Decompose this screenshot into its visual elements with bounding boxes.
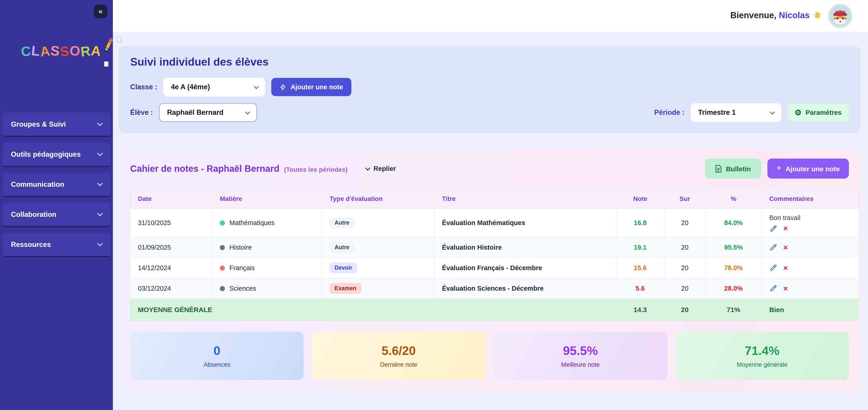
col-header-note: Note <box>616 189 664 208</box>
periode-select[interactable]: Trimestre 1 <box>690 103 781 122</box>
chevron-down-icon <box>365 165 370 171</box>
cell-type: Autre <box>322 208 434 237</box>
footer-label: MOYENNE GÉNÉRALE <box>130 299 616 321</box>
sidebar-item-label: Collaboration <box>11 210 57 218</box>
eleve-select[interactable]: Raphaël Bernard <box>159 103 257 122</box>
logo-letter: A <box>39 43 51 60</box>
plus-icon: + <box>776 163 781 173</box>
table-footer-row: MOYENNE GÉNÉRALE 14.3 20 71% Bien <box>130 299 859 321</box>
cell-date: 14/12/2024 <box>130 258 212 278</box>
table-row: 03/12/2024 Sciences Examen Évaluation Sc… <box>130 278 859 299</box>
sidebar-item-label: Outils pédagogiques <box>11 150 81 158</box>
avatar[interactable] <box>828 4 852 28</box>
subject-label: Sciences <box>229 285 256 292</box>
stat-label: Moyenne générale <box>737 361 788 368</box>
table-row: 01/09/2025 Histoire Autre Évaluation His… <box>130 237 859 258</box>
stat-value: 5.6/20 <box>382 344 416 358</box>
chevron-down-icon <box>245 109 250 115</box>
gradebook-title: Cahier de notes - Raphaël Bernard <box>130 163 279 174</box>
cell-title: Évaluation Mathématiques <box>434 208 616 237</box>
sidebar-collapse-button[interactable]: « <box>94 5 107 18</box>
edit-icon[interactable] <box>769 285 776 292</box>
type-badge: Examen <box>330 283 362 294</box>
sparkle-icon: ✦ <box>104 61 108 66</box>
cell-date: 31/10/2025 <box>130 208 212 237</box>
subject-dot <box>220 245 225 250</box>
cell-note: 19.1 <box>616 237 664 258</box>
sidebar-menu: Groupes & Suivi Outils pédagogiques Comm… <box>0 113 113 263</box>
delete-icon[interactable]: × <box>783 264 788 272</box>
table-row: 31/10/2025 Mathématiques Autre Évaluatio… <box>130 208 859 237</box>
sidebar-item-ressources[interactable]: Ressources <box>3 233 110 257</box>
table-row: 14/12/2024 Français Devoir Évaluation Fr… <box>130 258 859 278</box>
subject-label: Français <box>229 264 255 271</box>
subject-label: Histoire <box>229 244 252 251</box>
table-header-row: Date Matière Type d'évaluation Titre Not… <box>130 189 859 208</box>
subject-dot <box>220 286 225 291</box>
username: Nicolas <box>779 10 809 20</box>
cell-sur: 20 <box>664 278 705 299</box>
cell-subject: Sciences <box>212 278 322 299</box>
main-content: Suivi individuel des élèves Classe : 4e … <box>113 32 868 410</box>
stat-card-moyenne-generale: 71.4% Moyenne générale <box>676 332 849 380</box>
footer-comment: Bien <box>762 299 859 321</box>
classora-logo: CLASSORA ✦ ✦ <box>21 43 101 59</box>
bulletin-button[interactable]: Bulletin <box>705 158 761 179</box>
stats-row: 0 Absences 5.6/20 Dernière note 95.5% Me… <box>130 332 849 380</box>
cell-subject: Mathématiques <box>212 208 322 237</box>
cell-subject: Histoire <box>212 237 322 258</box>
logo-letter: S <box>59 43 70 60</box>
stat-label: Absences <box>204 361 230 368</box>
subject-dot <box>220 221 225 226</box>
welcome-text: Bienvenue, Nicolas <box>730 10 822 22</box>
stat-value: 95.5% <box>563 344 598 358</box>
edit-icon[interactable] <box>769 244 776 251</box>
cell-pct: 28.0% <box>705 278 762 299</box>
cell-comment: × <box>762 258 859 278</box>
gradebook-subtitle: (Toutes les périodes) <box>284 166 348 173</box>
sidebar: CLASSORA ✦ ✦ Groupes & Suivi <box>0 0 113 410</box>
sidebar-item-groupes-suivi[interactable]: Groupes & Suivi <box>3 113 110 137</box>
periode-label: Période : <box>654 109 685 117</box>
classe-label: Classe : <box>130 83 157 91</box>
cell-date: 03/12/2024 <box>130 278 212 299</box>
collapse-section-button[interactable]: Replier <box>366 165 396 172</box>
cell-subject: Français <box>212 258 322 278</box>
cell-comment: Bon travail × <box>762 208 859 237</box>
chevron-down-icon <box>97 240 103 246</box>
add-note-button-label: Ajouter une note <box>290 83 343 91</box>
sidebar-item-collaboration[interactable]: Collaboration <box>3 203 110 227</box>
add-note-button-top[interactable]: Ajouter une note <box>272 78 351 96</box>
cell-sur: 20 <box>664 258 705 278</box>
sidebar-item-communication[interactable]: Communication <box>3 173 110 197</box>
comment-text: Bon travail <box>769 214 851 222</box>
col-header-type: Type d'évaluation <box>322 189 434 208</box>
edit-icon[interactable] <box>769 264 776 271</box>
col-header-date: Date <box>130 189 212 208</box>
add-note-button-gradebook[interactable]: + Ajouter une note <box>767 158 849 179</box>
cell-type: Autre <box>322 237 434 258</box>
logo-letter: R <box>80 43 92 60</box>
chevron-down-icon <box>770 109 775 115</box>
stat-card-derniere-note: 5.6/20 Dernière note <box>312 332 486 380</box>
edit-icon[interactable] <box>769 225 776 232</box>
cell-note: 16.8 <box>616 208 664 237</box>
cell-pct: 84.0% <box>705 208 762 237</box>
type-badge: Devoir <box>330 262 357 273</box>
subject-label: Mathématiques <box>229 219 275 227</box>
delete-icon[interactable]: × <box>783 225 788 232</box>
classe-select[interactable]: 4e A (4ème) <box>163 78 266 96</box>
col-header-pct: % <box>705 189 762 208</box>
sidebar-item-label: Groupes & Suivi <box>11 120 66 128</box>
delete-icon[interactable]: × <box>783 285 788 292</box>
cell-title: Évaluation Histoire <box>434 237 616 258</box>
parametres-button[interactable]: ⚙ Paramètres <box>787 104 849 122</box>
chevron-down-icon <box>254 84 259 89</box>
col-header-sur: Sur <box>664 189 705 208</box>
topbar: Bienvenue, Nicolas <box>113 0 868 32</box>
logo-letter: O <box>69 43 81 59</box>
parametres-button-label: Paramètres <box>806 109 842 116</box>
delete-icon[interactable]: × <box>783 243 788 251</box>
gradebook-card: Cahier de notes - Raphaël Bernard (Toute… <box>118 148 861 392</box>
sidebar-item-outils-pedagogiques[interactable]: Outils pédagogiques <box>3 143 110 167</box>
